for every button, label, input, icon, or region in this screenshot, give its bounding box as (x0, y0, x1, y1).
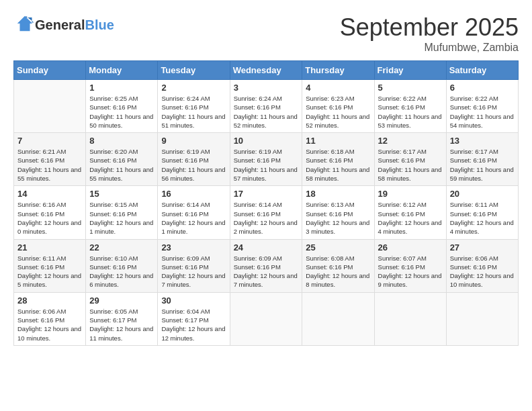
day-number: 18 (306, 189, 370, 199)
day-number: 21 (17, 242, 82, 253)
weekday-header-row: SundayMondayTuesdayWednesdayThursdayFrid… (14, 61, 519, 80)
calendar-cell: 8Sunrise: 6:20 AMSunset: 6:16 PMDaylight… (86, 133, 158, 186)
weekday-header-sunday: Sunday (14, 61, 86, 80)
day-number: 14 (17, 189, 82, 199)
day-info: Sunrise: 6:22 AMSunset: 6:16 PMDaylight:… (450, 94, 515, 130)
day-number: 3 (234, 83, 299, 93)
day-number: 26 (378, 242, 443, 253)
day-number: 13 (450, 136, 515, 146)
day-info: Sunrise: 6:18 AMSunset: 6:16 PMDaylight:… (306, 147, 370, 183)
calendar-week-5: 28Sunrise: 6:06 AMSunset: 6:16 PMDayligh… (14, 292, 519, 345)
day-info: Sunrise: 6:17 AMSunset: 6:16 PMDaylight:… (378, 147, 443, 183)
day-number: 23 (161, 242, 226, 253)
day-info: Sunrise: 6:09 AMSunset: 6:16 PMDaylight:… (161, 254, 226, 289)
calendar-cell: 11Sunrise: 6:18 AMSunset: 6:16 PMDayligh… (302, 133, 374, 186)
calendar-cell: 7Sunrise: 6:21 AMSunset: 6:16 PMDaylight… (14, 133, 86, 186)
calendar-cell: 12Sunrise: 6:17 AMSunset: 6:16 PMDayligh… (374, 133, 446, 186)
calendar-week-1: 1Sunrise: 6:25 AMSunset: 6:16 PMDaylight… (14, 80, 519, 133)
day-number: 28 (17, 295, 82, 306)
day-info: Sunrise: 6:14 AMSunset: 6:16 PMDaylight:… (161, 200, 226, 236)
calendar-cell (374, 292, 446, 345)
calendar-cell: 10Sunrise: 6:19 AMSunset: 6:16 PMDayligh… (230, 133, 302, 186)
day-info: Sunrise: 6:14 AMSunset: 6:16 PMDaylight:… (234, 200, 299, 236)
calendar-cell: 29Sunrise: 6:05 AMSunset: 6:17 PMDayligh… (86, 292, 158, 345)
day-info: Sunrise: 6:06 AMSunset: 6:16 PMDaylight:… (450, 254, 515, 289)
day-info: Sunrise: 6:11 AMSunset: 6:16 PMDaylight:… (450, 200, 515, 236)
calendar-cell (14, 80, 86, 133)
calendar-week-4: 21Sunrise: 6:11 AMSunset: 6:16 PMDayligh… (14, 239, 519, 292)
day-number: 15 (89, 189, 154, 199)
calendar-cell: 27Sunrise: 6:06 AMSunset: 6:16 PMDayligh… (446, 239, 518, 292)
calendar-cell: 20Sunrise: 6:11 AMSunset: 6:16 PMDayligh… (446, 186, 518, 239)
day-number: 5 (378, 83, 443, 93)
day-number: 9 (161, 136, 226, 146)
day-number: 10 (234, 136, 299, 146)
day-number: 20 (450, 189, 515, 199)
day-info: Sunrise: 6:07 AMSunset: 6:16 PMDaylight:… (378, 254, 443, 289)
day-info: Sunrise: 6:24 AMSunset: 6:16 PMDaylight:… (234, 94, 299, 130)
logo-blue: Blue (85, 17, 114, 32)
calendar-cell (302, 292, 374, 345)
weekday-header-tuesday: Tuesday (158, 61, 230, 80)
day-number: 2 (161, 83, 226, 93)
logo-general: General (35, 17, 85, 32)
day-info: Sunrise: 6:21 AMSunset: 6:16 PMDaylight:… (17, 147, 82, 183)
logo-icon (15, 13, 35, 34)
day-number: 7 (17, 136, 82, 146)
title-block: September 2025 Mufumbwe, Zambia (340, 13, 519, 54)
weekday-header-saturday: Saturday (446, 61, 518, 80)
day-info: Sunrise: 6:06 AMSunset: 6:16 PMDaylight:… (17, 307, 82, 342)
calendar-cell: 16Sunrise: 6:14 AMSunset: 6:16 PMDayligh… (158, 186, 230, 239)
day-number: 29 (89, 295, 154, 306)
day-number: 17 (234, 189, 299, 199)
day-number: 6 (450, 83, 515, 93)
day-info: Sunrise: 6:15 AMSunset: 6:16 PMDaylight:… (89, 200, 154, 236)
day-info: Sunrise: 6:19 AMSunset: 6:16 PMDaylight:… (234, 147, 299, 183)
day-info: Sunrise: 6:23 AMSunset: 6:16 PMDaylight:… (306, 94, 370, 130)
day-info: Sunrise: 6:08 AMSunset: 6:16 PMDaylight:… (306, 254, 370, 289)
calendar-cell: 19Sunrise: 6:12 AMSunset: 6:16 PMDayligh… (374, 186, 446, 239)
calendar-cell: 14Sunrise: 6:16 AMSunset: 6:16 PMDayligh… (14, 186, 86, 239)
day-number: 25 (306, 242, 370, 253)
calendar-cell: 4Sunrise: 6:23 AMSunset: 6:16 PMDaylight… (302, 80, 374, 133)
calendar-cell: 3Sunrise: 6:24 AMSunset: 6:16 PMDaylight… (230, 80, 302, 133)
day-number: 1 (89, 83, 154, 93)
day-number: 4 (306, 83, 370, 93)
weekday-header-thursday: Thursday (302, 61, 374, 80)
calendar-cell: 24Sunrise: 6:09 AMSunset: 6:16 PMDayligh… (230, 239, 302, 292)
day-number: 19 (378, 189, 443, 199)
day-number: 11 (306, 136, 370, 146)
weekday-header-friday: Friday (374, 61, 446, 80)
calendar-cell: 25Sunrise: 6:08 AMSunset: 6:16 PMDayligh… (302, 239, 374, 292)
day-info: Sunrise: 6:22 AMSunset: 6:16 PMDaylight:… (378, 94, 443, 130)
calendar-cell: 2Sunrise: 6:24 AMSunset: 6:16 PMDaylight… (158, 80, 230, 133)
calendar: SundayMondayTuesdayWednesdayThursdayFrid… (13, 60, 519, 346)
calendar-cell: 6Sunrise: 6:22 AMSunset: 6:16 PMDaylight… (446, 80, 518, 133)
day-info: Sunrise: 6:13 AMSunset: 6:16 PMDaylight:… (306, 200, 370, 236)
month-title: September 2025 (340, 13, 519, 42)
day-number: 30 (161, 295, 226, 306)
day-info: Sunrise: 6:16 AMSunset: 6:16 PMDaylight:… (17, 200, 82, 236)
calendar-cell: 13Sunrise: 6:17 AMSunset: 6:16 PMDayligh… (446, 133, 518, 186)
calendar-week-3: 14Sunrise: 6:16 AMSunset: 6:16 PMDayligh… (14, 186, 519, 239)
day-number: 16 (161, 189, 226, 199)
day-info: Sunrise: 6:12 AMSunset: 6:16 PMDaylight:… (378, 200, 443, 236)
weekday-header-wednesday: Wednesday (230, 61, 302, 80)
location: Mufumbwe, Zambia (340, 42, 519, 54)
calendar-week-2: 7Sunrise: 6:21 AMSunset: 6:16 PMDaylight… (14, 133, 519, 186)
day-info: Sunrise: 6:17 AMSunset: 6:16 PMDaylight:… (450, 147, 515, 183)
day-number: 8 (89, 136, 154, 146)
calendar-cell (230, 292, 302, 345)
day-info: Sunrise: 6:24 AMSunset: 6:16 PMDaylight:… (161, 94, 226, 130)
day-info: Sunrise: 6:09 AMSunset: 6:16 PMDaylight:… (234, 254, 299, 289)
logo: GeneralBlue (13, 13, 114, 36)
calendar-cell: 28Sunrise: 6:06 AMSunset: 6:16 PMDayligh… (14, 292, 86, 345)
calendar-cell: 9Sunrise: 6:19 AMSunset: 6:16 PMDaylight… (158, 133, 230, 186)
day-number: 12 (378, 136, 443, 146)
calendar-cell: 1Sunrise: 6:25 AMSunset: 6:16 PMDaylight… (86, 80, 158, 133)
day-info: Sunrise: 6:05 AMSunset: 6:17 PMDaylight:… (89, 307, 154, 342)
day-number: 22 (89, 242, 154, 253)
calendar-cell: 15Sunrise: 6:15 AMSunset: 6:16 PMDayligh… (86, 186, 158, 239)
calendar-cell: 5Sunrise: 6:22 AMSunset: 6:16 PMDaylight… (374, 80, 446, 133)
calendar-cell: 23Sunrise: 6:09 AMSunset: 6:16 PMDayligh… (158, 239, 230, 292)
